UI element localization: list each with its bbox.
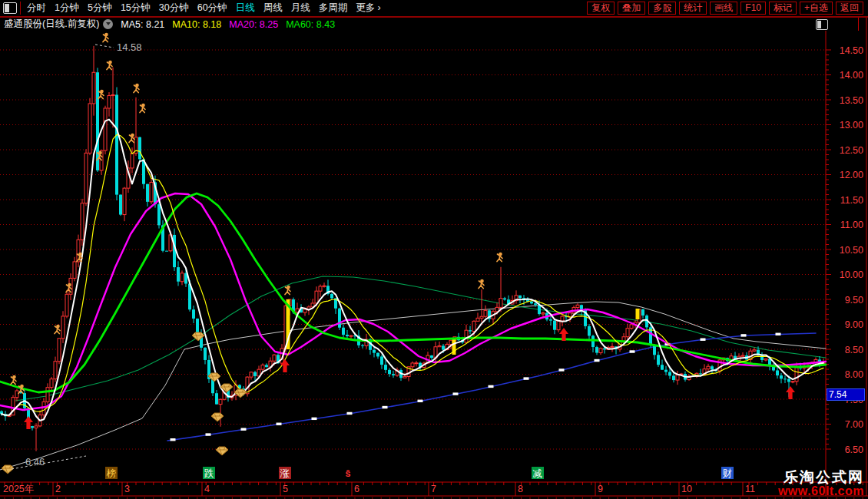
- climber-icon: [479, 279, 484, 289]
- toolbar-divider: [20, 2, 21, 15]
- toolbar: 分时1分钟5分钟15分钟30分钟60分钟日线周线月线多周期更多 › 复权叠加多股…: [0, 0, 868, 18]
- month-label: 2: [55, 484, 61, 494]
- y-axis-label: 11.00: [840, 220, 863, 230]
- diamond-icon: [211, 413, 224, 421]
- climber-icon: [129, 134, 134, 143]
- watermark-url: www.60lt.com: [778, 485, 864, 497]
- period-30分钟[interactable]: 30分钟: [159, 2, 189, 15]
- button-+自选[interactable]: +自选: [800, 2, 833, 15]
- period-周线[interactable]: 周线: [263, 2, 283, 15]
- y-axis-label: 14.00: [840, 70, 863, 81]
- button-画线[interactable]: 画线: [710, 2, 737, 15]
- button-统计[interactable]: 统计: [679, 2, 707, 15]
- button-叠加[interactable]: 叠加: [618, 2, 645, 15]
- y-axis-label: 8.50: [845, 345, 863, 355]
- climber-icon: [18, 385, 24, 394]
- month-label: 9: [598, 484, 603, 494]
- climber-icon: [55, 325, 60, 334]
- badge-减: 减: [532, 467, 544, 479]
- ma20-line: [0, 193, 826, 410]
- gray-long-ma-line: [0, 302, 826, 470]
- period-5分钟[interactable]: 5分钟: [88, 2, 112, 15]
- y-axis-label: 6.50: [845, 444, 863, 455]
- up-arrow-icon: [786, 386, 795, 399]
- y-axis-label: 7.00: [845, 419, 863, 430]
- period-15分钟[interactable]: 15分钟: [121, 2, 151, 15]
- climber-icon: [107, 61, 112, 70]
- button-复权[interactable]: 复权: [587, 2, 615, 15]
- y-axis-label: 13.00: [840, 120, 863, 131]
- y-axis-label: 13.50: [840, 95, 863, 106]
- svg-text:涨: 涨: [280, 468, 290, 479]
- month-label: 11: [745, 484, 755, 494]
- y-axis-label: 11.50: [840, 195, 863, 206]
- annotation-text: 14.58: [117, 41, 142, 53]
- month-label: 7: [431, 484, 436, 494]
- annotation-text: 6.46: [25, 456, 45, 468]
- month-label: 10: [681, 484, 692, 494]
- svg-text:榜: 榜: [106, 468, 117, 479]
- year-label: 2025年: [3, 484, 34, 494]
- watermark-site-name: 乐淘公式网: [778, 470, 864, 484]
- svg-text:财: 财: [723, 468, 733, 479]
- svg-text:减: 减: [533, 468, 543, 479]
- period-分时[interactable]: 分时: [27, 2, 46, 15]
- app-window: 分时1分钟5分钟15分钟30分钟60分钟日线周线月线多周期更多 › 复权叠加多股…: [0, 0, 868, 499]
- ma5-value: MA5: 8.21: [121, 19, 164, 30]
- climber-icon: [140, 104, 145, 113]
- badge-榜: 榜: [105, 467, 118, 479]
- y-axis-label: 12.50: [840, 145, 863, 156]
- button-标记[interactable]: 标记: [769, 2, 797, 15]
- badge-跌: 跌: [203, 467, 215, 479]
- month-label: 6: [354, 484, 359, 494]
- button-多股[interactable]: 多股: [648, 2, 676, 15]
- watermark: 乐淘公式网 www.60lt.com: [778, 470, 864, 497]
- window-split-icon[interactable]: [3, 2, 17, 14]
- period-list: 分时1分钟5分钟15分钟30分钟60分钟日线周线月线多周期更多 ›: [27, 2, 389, 15]
- period-1分钟[interactable]: 1分钟: [55, 2, 79, 15]
- y-axis-label: 10.00: [840, 269, 863, 280]
- period-日线[interactable]: 日线: [236, 2, 255, 15]
- instrument-title[interactable]: 盛通股份(日线.前复权): [4, 18, 99, 31]
- ma20-value: MA20: 8.25: [229, 19, 278, 30]
- ma5-line: [2, 120, 823, 421]
- climber-icon: [11, 375, 16, 385]
- y-axis-label: 8.00: [845, 369, 863, 380]
- event-badges: 榜跌涨ŝ减财: [105, 467, 734, 479]
- diamond-icon: [2, 465, 14, 474]
- climber-icon: [134, 84, 139, 93]
- climber-icon: [98, 90, 104, 99]
- svg-text:跌: 跌: [204, 468, 214, 479]
- x-axis: 2025年234567891011: [0, 482, 868, 499]
- month-label: 5: [283, 484, 288, 494]
- month-label: 8: [518, 484, 523, 494]
- button-F10[interactable]: F10: [740, 2, 766, 15]
- y-axis-label: 14.50: [840, 45, 863, 56]
- price-tag: 7.54: [827, 388, 865, 401]
- y-axis-label: 9.50: [845, 295, 863, 306]
- y-axis-label: 9.00: [845, 319, 863, 330]
- climber-icon: [103, 33, 108, 42]
- title-bar: 盛通股份(日线.前复权) MA5: 8.21 MA10: 8.18 MA20: …: [0, 18, 814, 31]
- period-多周期[interactable]: 多周期: [319, 2, 348, 15]
- month-label: 3: [124, 484, 130, 494]
- signal-markers: [2, 33, 795, 474]
- svg-text:ŝ: ŝ: [346, 468, 351, 479]
- candlestick-chart[interactable]: 6.507.007.508.008.509.009.5010.0010.5011…: [0, 0, 868, 499]
- panel-layout-icon[interactable]: [816, 19, 828, 30]
- toolbar-right-buttons: 复权叠加多股统计画线F10标记+自选返回: [584, 2, 868, 15]
- period-更多 ›[interactable]: 更多 ›: [356, 2, 381, 15]
- climber-icon: [497, 253, 502, 262]
- badge-ŝ: ŝ: [346, 468, 351, 479]
- y-axis-label: 10.50: [840, 245, 863, 256]
- titlebar-right-divider: [858, 18, 859, 31]
- button-返回[interactable]: 返回: [836, 2, 863, 15]
- ma10-value: MA10: 8.18: [172, 19, 221, 30]
- diamond-icon: [216, 447, 228, 455]
- y-axis-label: 12.00: [840, 170, 863, 180]
- period-60分钟[interactable]: 60分钟: [197, 2, 227, 15]
- badge-财: 财: [721, 467, 734, 479]
- chevron-down-icon[interactable]: [103, 19, 113, 29]
- ma60-value: MA60: 8.43: [286, 19, 335, 30]
- period-月线[interactable]: 月线: [291, 2, 310, 15]
